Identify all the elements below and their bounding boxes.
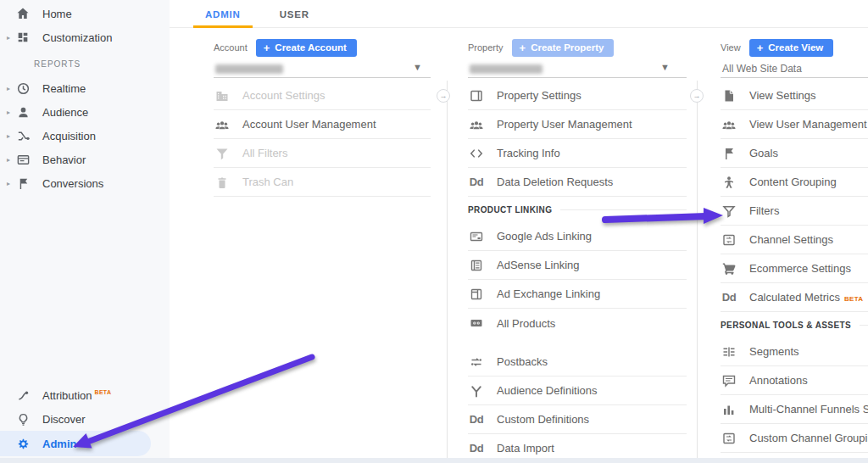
adsense-icon — [468, 258, 485, 273]
sidebar-item-label: Behavior — [42, 153, 86, 166]
ad-card-icon — [468, 229, 485, 244]
dd-icon: Dd — [468, 413, 485, 426]
sidebar-item-attribution[interactable]: AttributionBETA — [0, 383, 170, 407]
redacted-account-name — [215, 64, 283, 74]
menu-item-label: All Products — [497, 317, 555, 330]
sidebar-item-label: Conversions — [42, 177, 103, 190]
menu-item-filters[interactable]: Filters — [721, 197, 868, 226]
section-personal-tools: PERSONAL TOOLS & ASSETS — [721, 312, 868, 337]
section-product-linking: PRODUCT LINKING — [468, 197, 687, 222]
menu-item-view-settings[interactable]: View Settings — [721, 81, 868, 110]
beta-badge: BETA — [95, 389, 112, 395]
view-column: View +Create View All Web Site Data View… — [721, 37, 868, 453]
figure-icon — [721, 175, 737, 190]
panel-icon — [468, 88, 485, 103]
menu-item-content-grouping[interactable]: Content Grouping — [721, 168, 868, 197]
postbacks-icon — [468, 354, 485, 370]
menu-item-label: Filters — [749, 204, 779, 217]
menu-item-account-user-management[interactable]: Account User Management — [214, 110, 431, 139]
menu-item-data-deletion-requests[interactable]: Dd Data Deletion Requests — [468, 168, 687, 197]
menu-item-label: Data Import — [497, 442, 554, 455]
document-icon — [721, 88, 737, 103]
code-icon — [468, 146, 485, 161]
redacted-property-name — [470, 64, 542, 74]
menu-item-adsense-linking[interactable]: AdSense Linking — [468, 251, 687, 280]
menu-item-label: Property Settings — [497, 89, 581, 102]
branch-y-icon — [468, 383, 485, 399]
account-column: Account +Create Account ▼ Account Settin… — [214, 37, 431, 197]
menu-item-google-ads-linking[interactable]: Google Ads Linking — [468, 222, 687, 251]
menu-item-account-settings[interactable]: Account Settings — [214, 81, 431, 110]
segments-icon — [721, 344, 737, 360]
sidebar-item-home[interactable]: Home — [0, 2, 170, 25]
menu-item-label: View Settings — [749, 89, 816, 102]
menu-item-ecommerce-settings[interactable]: Ecommerce Settings — [721, 254, 868, 283]
sidebar-item-label: Admin — [42, 438, 76, 450]
menu-item-label: Custom Definitions — [497, 413, 589, 426]
menu-item-label: Data Deletion Requests — [497, 176, 613, 188]
view-selector[interactable]: All Web Site Data — [721, 61, 868, 78]
beta-badge: BETA — [844, 295, 863, 303]
people-icon — [468, 117, 485, 132]
collapse-column-button[interactable]: → — [690, 89, 704, 103]
dd-icon: Dd — [468, 176, 485, 188]
sidebar-item-acquisition[interactable]: ▸ Acquisition — [0, 124, 170, 148]
property-selector[interactable]: ▼ — [468, 61, 687, 78]
menu-item-ad-exchange-linking[interactable]: Ad Exchange Linking — [468, 280, 687, 309]
menu-item-label: Content Grouping — [749, 176, 837, 188]
account-selector[interactable]: ▼ — [214, 61, 431, 78]
create-view-button[interactable]: +Create View — [749, 39, 834, 57]
column-divider — [447, 81, 448, 458]
expand-arrow-icon: ▸ — [3, 34, 14, 42]
menu-item-annotations[interactable]: Annotations — [721, 366, 868, 395]
sidebar-item-behavior[interactable]: ▸ Behavior — [0, 148, 170, 171]
view-label: View — [721, 42, 741, 53]
attribution-icon — [15, 388, 31, 403]
menu-item-label: Ad Exchange Linking — [497, 287, 600, 300]
menu-item-goals[interactable]: Goals — [721, 139, 868, 168]
menu-item-label: Trash Can — [242, 176, 293, 188]
view-menu: View Settings View User Management Goals… — [721, 81, 868, 453]
menu-item-segments[interactable]: Segments — [721, 337, 868, 366]
menu-item-audience-definitions[interactable]: Audience Definitions — [468, 377, 687, 405]
expand-arrow-icon: ▸ — [3, 156, 14, 164]
menu-item-postbacks[interactable]: Postbacks — [468, 348, 687, 377]
menu-item-channel-settings[interactable]: Channel Settings — [721, 226, 868, 254]
menu-item-label: AdSense Linking — [497, 259, 580, 271]
collapse-column-button[interactable]: → — [437, 89, 450, 103]
sidebar-bottom: AttributionBETA Discover Admin — [0, 383, 170, 456]
plus-icon: + — [520, 42, 526, 53]
menu-item-calculated-metrics[interactable]: Dd Calculated MetricsBETA — [721, 283, 868, 312]
menu-item-label: Segments — [749, 345, 799, 358]
sidebar-item-label: AttributionBETA — [42, 389, 111, 402]
create-property-button[interactable]: +Create Property — [512, 39, 615, 57]
menu-item-trash-can[interactable]: Trash Can — [214, 168, 431, 197]
menu-item-view-user-management[interactable]: View User Management — [721, 110, 868, 139]
expand-arrow-icon: ▸ — [3, 85, 14, 92]
menu-item-all-products[interactable]: All Products — [468, 309, 687, 337]
person-icon — [15, 104, 31, 120]
property-menu: Property Settings Property User Manageme… — [468, 81, 687, 463]
sidebar-item-label: Discover — [42, 413, 86, 426]
sidebar-item-customization[interactable]: ▸ Customization — [0, 25, 170, 49]
menu-item-property-settings[interactable]: Property Settings — [468, 81, 687, 110]
building-icon — [214, 88, 231, 103]
tab-user[interactable]: USER — [268, 0, 321, 28]
expand-arrow-icon: ▸ — [3, 180, 14, 187]
dropdown-caret-icon: ▼ — [413, 62, 422, 72]
menu-item-custom-definitions[interactable]: Dd Custom Definitions — [468, 405, 687, 434]
menu-item-property-user-management[interactable]: Property User Management — [468, 110, 687, 139]
sidebar-item-audience[interactable]: ▸ Audience — [0, 100, 170, 124]
create-account-button[interactable]: +Create Account — [256, 39, 357, 57]
sidebar-item-admin[interactable]: Admin — [0, 431, 151, 456]
sidebar-item-conversions[interactable]: ▸ Conversions — [0, 171, 170, 195]
menu-item-tracking-info[interactable]: Tracking Info — [468, 139, 687, 168]
tab-admin[interactable]: ADMIN — [193, 0, 253, 28]
sidebar-item-discover[interactable]: Discover — [0, 407, 170, 431]
menu-item-custom-channel-grouping[interactable]: Custom Channel GroupingBETA — [721, 424, 868, 453]
sidebar-item-realtime[interactable]: ▸ Realtime — [0, 76, 170, 100]
menu-item-all-filters[interactable]: All Filters — [214, 139, 431, 168]
all-products-icon — [468, 315, 485, 331]
bottom-strip — [0, 458, 868, 463]
menu-item-multi-channel-funnels-settings[interactable]: Multi-Channel Funnels Settings — [721, 395, 868, 424]
